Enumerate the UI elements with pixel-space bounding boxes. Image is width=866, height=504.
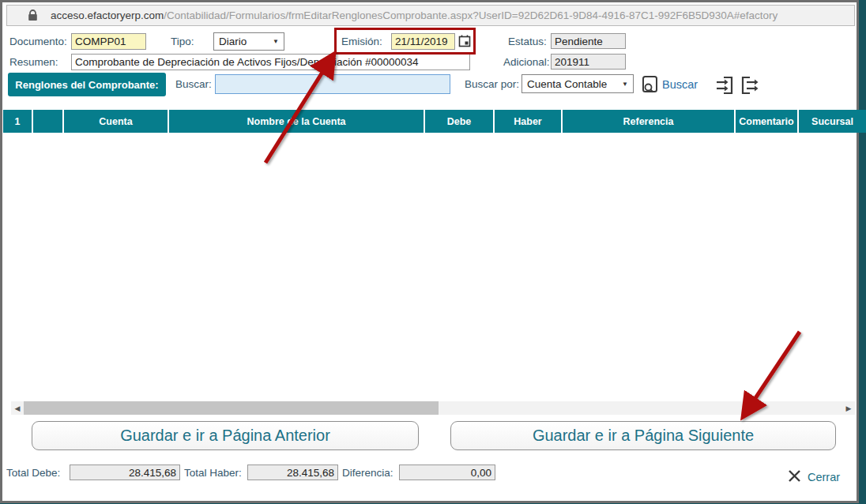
column-header-sucursal[interactable]: Sucursal (799, 110, 866, 133)
url-path: /Contabilidad/Formularios/frmEditarRengl… (164, 9, 778, 21)
column-header-referencia[interactable]: Referencia (563, 110, 734, 133)
chevron-down-icon: ▼ (273, 38, 279, 45)
buscar-por-select-value: Cuenta Contable (527, 78, 607, 90)
column-header-debe[interactable]: Debe (425, 110, 493, 133)
resumen-input[interactable] (71, 54, 470, 70)
search-input[interactable] (215, 74, 450, 94)
calendar-icon[interactable] (458, 35, 471, 47)
buscar-button[interactable]: Buscar (662, 78, 698, 91)
emision-label: Emisión: (341, 36, 382, 47)
app-screen: acceso.efactoryerp.com/Contabilidad/Form… (0, 0, 866, 504)
column-header-cuenta[interactable]: Cuenta (64, 110, 168, 133)
tipo-label: Tipo: (171, 36, 194, 47)
adicional-label: Adicional: (503, 56, 550, 68)
column-header-selector (33, 110, 62, 133)
horizontal-scrollbar[interactable]: ◀ ▶ (11, 401, 855, 415)
cerrar-button[interactable]: Cerrar (808, 471, 840, 483)
estatus-input (551, 33, 626, 49)
address-bar[interactable]: acceso.efactoryerp.com/Contabilidad/Form… (6, 5, 855, 26)
documento-label: Documento: (9, 36, 67, 47)
total-debe-label: Total Debe: (6, 467, 60, 479)
guardar-pagina-anterior-label: Guardar e ir a Página Anterior (120, 427, 330, 445)
documento-input[interactable] (71, 33, 146, 50)
total-haber-value (247, 465, 338, 480)
tipo-select-value: Diario (219, 36, 247, 47)
adicional-input (551, 54, 626, 70)
import-rows-icon[interactable] (715, 75, 734, 96)
buscar-por-select[interactable]: Cuenta Contable ▼ (521, 74, 634, 93)
guardar-pagina-siguiente-label: Guardar e ir a Página Siguiente (533, 427, 754, 445)
guardar-pagina-siguiente-button[interactable]: Guardar e ir a Página Siguiente (450, 421, 836, 450)
column-header-rownum: 1 (3, 110, 32, 133)
total-debe-value (70, 465, 180, 480)
lock-icon (28, 9, 38, 21)
emision-input[interactable] (391, 33, 455, 50)
export-rows-icon[interactable] (741, 75, 762, 96)
chevron-down-icon: ▼ (622, 81, 628, 88)
url-host: acceso.efactoryerp.com (51, 9, 164, 21)
tipo-select[interactable]: Diario ▼ (213, 32, 284, 51)
column-header-nombre[interactable]: Nombre de la Cuenta (169, 110, 424, 133)
resumen-label: Resumen: (9, 56, 58, 68)
guardar-pagina-anterior-button[interactable]: Guardar e ir a Página Anterior (32, 421, 419, 450)
column-header-comentario[interactable]: Comentario (736, 110, 797, 133)
total-haber-label: Total Haber: (184, 467, 242, 479)
table-header-row: 1 Cuenta Nombre de la Cuenta Debe Haber … (3, 110, 866, 133)
renglones-del-comprobante-label: Renglones del Comprobante: (15, 79, 158, 91)
diferencia-value (399, 465, 495, 480)
estatus-label: Estatus: (508, 36, 547, 47)
column-header-haber[interactable]: Haber (495, 110, 561, 133)
buscar-label: Buscar: (175, 78, 212, 90)
scrollbar-thumb[interactable] (24, 401, 439, 415)
scroll-left-icon[interactable]: ◀ (11, 401, 24, 415)
close-icon[interactable] (788, 469, 801, 483)
search-document-icon[interactable] (642, 75, 659, 94)
renglones-del-comprobante-button[interactable]: Renglones del Comprobante: (8, 73, 166, 96)
scroll-right-icon[interactable]: ▶ (842, 401, 855, 415)
diferencia-label: Diferencia: (342, 467, 393, 479)
buscar-por-label: Buscar por: (465, 78, 519, 90)
